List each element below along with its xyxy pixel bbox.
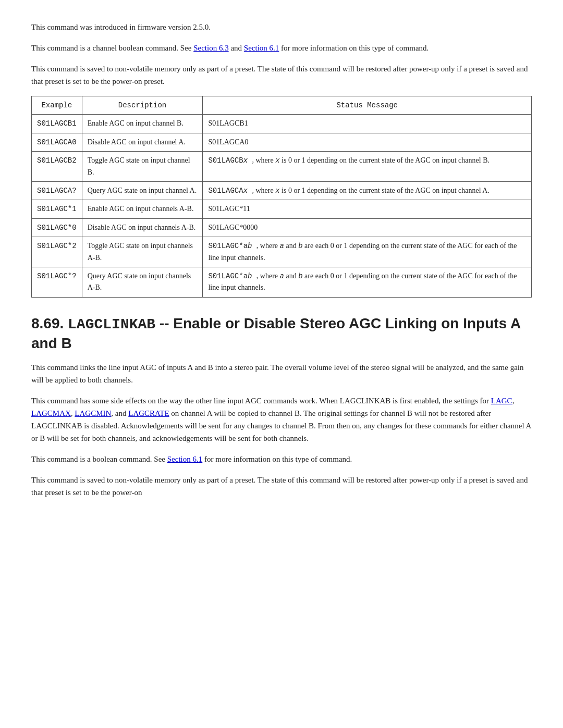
- table-row: S01LAGCB2Toggle AGC state on input chann…: [32, 152, 532, 182]
- cell-description: Disable AGC on input channel A.: [82, 133, 203, 151]
- cell-status: S01LAGC*0000: [203, 218, 532, 237]
- cell-status: S01LAGC*ab , where a and b are each 0 or…: [203, 237, 532, 267]
- cell-status: S01LAGC*11: [203, 200, 532, 218]
- section-para2-prefix: This command has some side effects on th…: [31, 397, 491, 405]
- cell-status: S01LAGCB1: [203, 115, 532, 133]
- table-row: S01LAGCB1Enable AGC on input channel B.S…: [32, 115, 532, 133]
- command-table: Example Description Status Message S01LA…: [31, 96, 532, 298]
- cell-example: S01LAGCB1: [32, 115, 82, 133]
- section-para3-prefix: This command is a boolean command. See: [31, 455, 167, 463]
- section-heading: 8.69. LAGCLINKAB -- Enable or Disable St…: [31, 314, 532, 353]
- section-number: 8.69.: [31, 315, 64, 331]
- cell-example: S01LAGC*1: [32, 200, 82, 218]
- lagcmax-link[interactable]: LAGCMAX: [31, 409, 71, 417]
- table-header-row: Example Description Status Message: [32, 96, 532, 115]
- section61-link2[interactable]: Section 6.1: [167, 455, 203, 463]
- table-row: S01LAGC*1Enable AGC on input channels A-…: [32, 200, 532, 218]
- cell-example: S01LAGC*2: [32, 237, 82, 267]
- lagcrate-link[interactable]: LAGCRATE: [128, 409, 169, 417]
- cell-example: S01LAGC*0: [32, 218, 82, 237]
- lagcmin-link[interactable]: LAGCMIN: [75, 409, 111, 417]
- comma3: , and: [111, 409, 128, 417]
- section-para3-suffix: for more information on this type of com…: [202, 455, 352, 463]
- table-row: S01LAGC*?Query AGC state on input channe…: [32, 267, 532, 297]
- cell-status: S01LAGCA0: [203, 133, 532, 151]
- cell-example: S01LAGCB2: [32, 152, 82, 182]
- section-para4: This command is saved to non-volatile me…: [31, 474, 532, 499]
- cell-description: Query AGC state on input channel A.: [82, 181, 203, 200]
- intro-para2-suffix: for more information on this type of com…: [279, 44, 429, 52]
- intro-para3: This command is saved to non-volatile me…: [31, 63, 532, 88]
- comma1: ,: [512, 397, 515, 405]
- cell-description: Toggle AGC state on input channels A-B.: [82, 237, 203, 267]
- cell-description: Enable AGC on input channels A-B.: [82, 200, 203, 218]
- intro-para2-mid: and: [229, 44, 244, 52]
- table-row: S01LAGC*2Toggle AGC state on input chann…: [32, 237, 532, 267]
- section61-link[interactable]: Section 6.1: [244, 44, 279, 52]
- table-row: S01LAGC*0Disable AGC on input channels A…: [32, 218, 532, 237]
- intro-para2-prefix: This command is a channel boolean comman…: [31, 44, 193, 52]
- cell-status: S01LAGC*ab , where a and b are each 0 or…: [203, 267, 532, 297]
- cell-description: Enable AGC on input channel B.: [82, 115, 203, 133]
- col-example: Example: [32, 96, 82, 115]
- section63-link[interactable]: Section 6.3: [193, 44, 229, 52]
- cell-example: S01LAGCA?: [32, 181, 82, 200]
- section-para3: This command is a boolean command. See S…: [31, 453, 532, 465]
- col-description: Description: [82, 96, 203, 115]
- cell-example: S01LAGCA0: [32, 133, 82, 151]
- intro-para2: This command is a channel boolean comman…: [31, 42, 532, 54]
- cell-status: S01LAGCAx , where x is 0 or 1 depending …: [203, 181, 532, 200]
- cell-description: Disable AGC on input channels A-B.: [82, 218, 203, 237]
- section-para2: This command has some side effects on th…: [31, 394, 532, 445]
- col-status: Status Message: [203, 96, 532, 115]
- cell-description: Toggle AGC state on input channel B.: [82, 152, 203, 182]
- cell-example: S01LAGC*?: [32, 267, 82, 297]
- table-row: S01LAGCA0Disable AGC on input channel A.…: [32, 133, 532, 151]
- intro-para1: This command was introduced in firmware …: [31, 21, 532, 33]
- cell-description: Query AGC state on input channels A-B.: [82, 267, 203, 297]
- section-para1: This command links the line input AGC of…: [31, 361, 532, 386]
- section-command: LAGCLINKAB: [68, 316, 155, 332]
- cell-status: S01LAGCBx , where x is 0 or 1 depending …: [203, 152, 532, 182]
- table-row: S01LAGCA?Query AGC state on input channe…: [32, 181, 532, 200]
- lagc-link[interactable]: LAGC: [491, 397, 512, 405]
